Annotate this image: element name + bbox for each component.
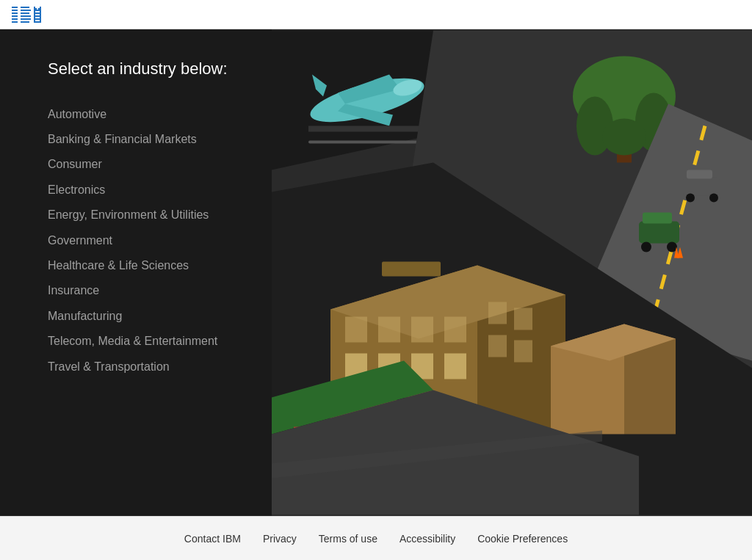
svg-point-35	[602, 119, 646, 156]
svg-rect-42	[683, 178, 720, 196]
footer-link-cookies[interactable]: Cookie Preferences	[477, 533, 568, 545]
svg-rect-20	[34, 21, 41, 23]
svg-rect-38	[639, 222, 679, 244]
svg-rect-62	[488, 335, 507, 357]
svg-rect-39	[643, 213, 672, 224]
industry-list: AutomotiveBanking & Financial MarketsCon…	[48, 102, 250, 379]
svg-rect-3	[12, 15, 18, 17]
svg-rect-13	[35, 8, 37, 11]
svg-rect-2	[12, 12, 18, 14]
industry-item-healthcare[interactable]: Healthcare & Life Sciences	[48, 253, 250, 278]
svg-rect-1	[12, 10, 18, 11]
svg-rect-17	[34, 12, 41, 14]
svg-rect-60	[488, 302, 507, 324]
main-content: Select an industry below: AutomotiveBank…	[0, 29, 752, 516]
svg-rect-16	[40, 7, 41, 23]
svg-rect-9	[21, 15, 31, 17]
industry-item-travel[interactable]: Travel & Transportation	[48, 354, 250, 379]
industry-item-electronics[interactable]: Electronics	[48, 178, 250, 203]
svg-rect-6	[21, 7, 29, 8]
ibm-logo-svg	[12, 7, 52, 23]
scene-background: ICE CREAM	[272, 29, 752, 516]
svg-rect-11	[21, 21, 29, 23]
sidebar-title: Select an industry below:	[48, 59, 250, 80]
svg-rect-63	[514, 341, 532, 363]
svg-rect-5	[12, 21, 18, 23]
svg-point-44	[686, 194, 695, 203]
svg-rect-19	[34, 18, 41, 20]
industry-item-banking[interactable]: Banking & Financial Markets	[48, 127, 250, 152]
industry-item-insurance[interactable]: Insurance	[48, 278, 250, 303]
industry-item-manufacturing[interactable]: Manufacturing	[48, 304, 250, 329]
svg-rect-10	[21, 18, 31, 20]
svg-rect-67	[382, 262, 441, 277]
industry-item-telecom[interactable]: Telecom, Media & Entertainment	[48, 329, 250, 354]
header	[0, 0, 752, 29]
svg-point-40	[641, 242, 651, 252]
footer-link-accessibility[interactable]: Accessibility	[400, 533, 455, 545]
industry-item-energy[interactable]: Energy, Environment & Utilities	[48, 203, 250, 228]
ibm-logo	[12, 7, 52, 23]
svg-point-41	[667, 242, 677, 252]
footer-link-terms[interactable]: Terms of use	[319, 533, 377, 545]
svg-rect-54	[411, 317, 433, 343]
svg-rect-14	[37, 10, 38, 11]
svg-rect-0	[12, 7, 18, 8]
svg-rect-18	[34, 15, 41, 17]
svg-rect-12	[34, 7, 35, 23]
svg-rect-55	[444, 317, 466, 343]
svg-rect-43	[687, 170, 712, 179]
svg-rect-53	[378, 317, 400, 343]
svg-rect-52	[345, 317, 367, 343]
svg-rect-4	[12, 18, 18, 20]
svg-rect-59	[444, 354, 466, 379]
svg-point-45	[709, 194, 718, 203]
industry-item-consumer[interactable]: Consumer	[48, 152, 250, 177]
sidebar: Select an industry below: AutomotiveBank…	[0, 29, 272, 516]
svg-rect-15	[38, 8, 40, 11]
footer-link-contact[interactable]: Contact IBM	[184, 533, 241, 545]
svg-rect-8	[21, 12, 29, 14]
isometric-scene: ICE CREAM	[272, 29, 752, 516]
footer: Contact IBMPrivacyTerms of useAccessibil…	[0, 516, 752, 560]
right-content: ICE CREAM	[272, 29, 752, 516]
svg-rect-61	[514, 308, 532, 330]
footer-links: Contact IBMPrivacyTerms of useAccessibil…	[184, 533, 568, 545]
svg-rect-7	[21, 10, 31, 11]
industry-item-automotive[interactable]: Automotive	[48, 102, 250, 127]
footer-link-privacy[interactable]: Privacy	[263, 533, 297, 545]
industry-item-government[interactable]: Government	[48, 228, 250, 253]
